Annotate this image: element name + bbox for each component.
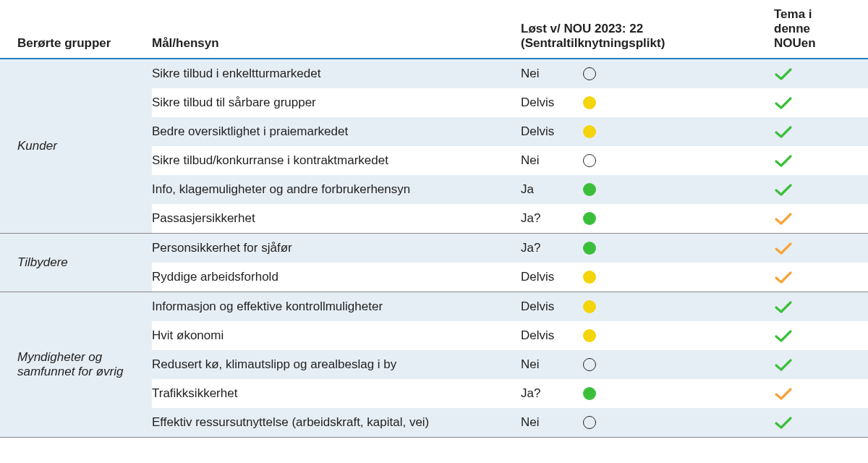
header-group: Berørte grupper [0, 36, 152, 51]
cell-solved: Nei [521, 153, 583, 168]
header-theme: Tema i denne NOUen [760, 7, 868, 51]
cell-goal: Passasjersikkerhet [152, 211, 521, 226]
status-circle-icon [583, 271, 596, 284]
cell-solved: Delvis [521, 95, 583, 110]
cell-solved: Delvis [521, 328, 583, 343]
table-row: Bedre oversiktlighet i praiemarkedet Del… [152, 117, 868, 146]
check-icon [774, 300, 793, 314]
table-row: Ryddige arbeidsforhold Delvis [152, 263, 868, 292]
cell-goal: Sikre tilbud i enkeltturmarkedet [152, 67, 521, 81]
cell-goal: Bedre oversiktlighet i praiemarkedet [152, 124, 521, 139]
check-icon [774, 95, 793, 110]
table-row: Sikre tilbud i enkeltturmarkedet Nei [152, 59, 868, 88]
cell-solved: Nei [521, 67, 583, 81]
cell-solved: Ja? [521, 386, 583, 401]
status-circle-icon [583, 300, 596, 313]
table-header-row: Berørte grupper Mål/hensyn Løst v/ NOU 2… [0, 0, 868, 59]
table-row: Info, klagemuligheter og andre forbruker… [152, 175, 868, 204]
goal-coverage-table: Berørte grupper Mål/hensyn Løst v/ NOU 2… [0, 0, 868, 438]
status-circle-icon [583, 67, 596, 80]
group-block: Tilbydere Personsikkerhet for sjåfør Ja?… [0, 234, 868, 292]
check-icon [774, 241, 793, 255]
table-row: Effektiv ressursutnyttelse (arbeidskraft… [152, 408, 868, 437]
table-row: Personsikkerhet for sjåfør Ja? [152, 234, 868, 263]
check-icon [774, 182, 793, 197]
cell-solved: Nei [521, 357, 583, 372]
table-row: Redusert kø, klimautslipp og arealbeslag… [152, 350, 868, 379]
cell-goal: Informasjon og effektive kontrollmulighe… [152, 300, 521, 314]
header-goal: Mål/hensyn [152, 36, 521, 51]
table-row: Hvit økonomi Delvis [152, 321, 868, 350]
group-block: Kunder Sikre tilbud i enkeltturmarkedet … [0, 59, 868, 234]
cell-solved: Delvis [521, 124, 583, 139]
cell-goal: Redusert kø, klimautslipp og arealbeslag… [152, 357, 521, 372]
cell-solved: Delvis [521, 300, 583, 314]
cell-goal: Personsikkerhet for sjåfør [152, 241, 521, 255]
status-circle-icon [583, 183, 596, 196]
header-theme-line2: denne [774, 22, 810, 35]
check-icon [774, 67, 793, 81]
check-icon [774, 328, 793, 343]
cell-solved: Ja? [521, 211, 583, 226]
header-solved-line2: (Sentraltilknytningsplikt) [521, 36, 665, 50]
cell-goal: Sikre tilbud til sårbare grupper [152, 95, 521, 110]
table-row: Sikre tilbud/konkurranse i kontraktmarke… [152, 146, 868, 175]
group-label: Kunder [0, 59, 152, 233]
status-circle-icon [583, 329, 596, 342]
cell-goal: Sikre tilbud/konkurranse i kontraktmarke… [152, 153, 521, 168]
cell-solved: Ja? [521, 241, 583, 255]
check-icon [774, 124, 793, 139]
header-theme-line1: Tema i [774, 7, 812, 21]
header-solved-line1: Løst v/ NOU 2023: 22 [521, 22, 643, 35]
status-circle-icon [583, 358, 596, 371]
cell-goal: Ryddige arbeidsforhold [152, 270, 521, 284]
check-icon [774, 386, 793, 401]
cell-goal: Trafikksikkerhet [152, 386, 521, 401]
check-icon [774, 415, 793, 430]
status-circle-icon [583, 154, 596, 167]
status-circle-icon [583, 416, 596, 429]
check-icon [774, 153, 793, 168]
cell-goal: Info, klagemuligheter og andre forbruker… [152, 182, 521, 197]
table-row: Informasjon og effektive kontrollmulighe… [152, 292, 868, 321]
check-icon [774, 270, 793, 284]
group-label: Myndigheter og samfunnet for øvrig [0, 292, 152, 437]
table-row: Trafikksikkerhet Ja? [152, 379, 868, 408]
status-circle-icon [583, 387, 596, 400]
status-circle-icon [583, 96, 596, 109]
cell-solved: Ja [521, 182, 583, 197]
group-block: Myndigheter og samfunnet for øvrig Infor… [0, 292, 868, 438]
status-circle-icon [583, 125, 596, 138]
cell-goal: Hvit økonomi [152, 328, 521, 343]
status-circle-icon [583, 212, 596, 225]
cell-goal: Effektiv ressursutnyttelse (arbeidskraft… [152, 415, 521, 430]
header-solved: Løst v/ NOU 2023: 22 (Sentraltilknytning… [521, 22, 702, 51]
status-circle-icon [583, 242, 596, 255]
check-icon [774, 211, 793, 226]
table-row: Sikre tilbud til sårbare grupper Delvis [152, 88, 868, 117]
check-icon [774, 357, 793, 372]
header-theme-line3: NOUen [774, 36, 816, 50]
group-label: Tilbydere [0, 234, 152, 292]
cell-solved: Nei [521, 415, 583, 430]
table-row: Passasjersikkerhet Ja? [152, 204, 868, 233]
cell-solved: Delvis [521, 270, 583, 284]
